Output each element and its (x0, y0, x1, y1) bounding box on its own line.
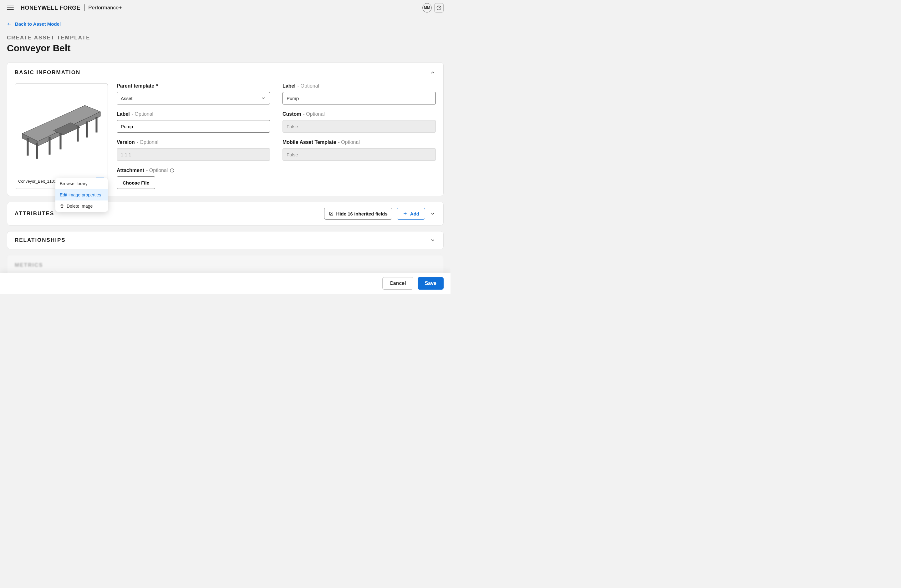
field-attachment: Attachment - Optional Choose File (117, 168, 270, 189)
label-parent-template: Parent template (117, 83, 154, 89)
svg-rect-11 (86, 122, 88, 137)
collapse-basic-button[interactable] (430, 70, 436, 76)
field-label-left: Label - Optional (117, 111, 270, 132)
cancel-button[interactable]: Cancel (382, 277, 413, 289)
svg-rect-6 (27, 138, 28, 156)
chevron-down-icon (430, 237, 435, 243)
info-icon[interactable] (170, 168, 175, 173)
choose-file-button[interactable]: Choose File (117, 176, 155, 189)
chevron-down-icon (430, 211, 435, 216)
panel-basic-information: BASIC INFORMATION (7, 62, 444, 196)
menu-item-delete-image[interactable]: Delete Image (55, 201, 108, 212)
chevron-down-icon (261, 96, 266, 101)
footer-action-bar: Cancel Save (0, 273, 450, 294)
optional-label-right: - Optional (298, 83, 319, 89)
input-mobile-value: False (287, 152, 298, 157)
optional-version: - Optional (137, 140, 158, 145)
page-title: Conveyor Belt (7, 43, 444, 53)
chevron-up-icon (430, 70, 435, 75)
label-attachment: Attachment (117, 168, 144, 173)
brand-sub-plus: + (119, 5, 122, 11)
back-link[interactable]: Back to Asset Model (7, 21, 444, 26)
svg-rect-8 (49, 137, 50, 154)
help-button[interactable] (434, 3, 444, 12)
input-version-value: 1.1.1 (121, 152, 131, 157)
menu-item-delete-label: Delete Image (67, 204, 93, 208)
image-context-menu: Browse library Edit image properties Del… (55, 178, 108, 212)
panel-relationships: RELATIONSHIPS (7, 231, 444, 249)
back-link-label: Back to Asset Model (15, 21, 61, 26)
hide-inherited-label: Hide 16 inherited fields (336, 211, 388, 216)
input-label-right[interactable] (287, 92, 432, 104)
input-label-right-wrap (282, 92, 436, 104)
optional-attachment: - Optional (146, 168, 168, 173)
input-mobile: False (282, 148, 436, 161)
expand-relationships-button[interactable] (430, 237, 436, 243)
user-avatar[interactable]: MM (422, 3, 432, 12)
svg-rect-9 (60, 134, 61, 149)
info-circle-icon (170, 168, 174, 173)
label-label-right: Label (282, 83, 296, 89)
panel-title-attributes: ATTRIBUTES (15, 210, 54, 217)
plus-icon (403, 211, 408, 216)
optional-mobile: - Optional (338, 140, 360, 145)
panel-title-basic: BASIC INFORMATION (15, 70, 80, 76)
field-version: Version - Optional 1.1.1 (117, 140, 270, 161)
svg-rect-12 (96, 117, 97, 132)
label-custom: Custom (282, 111, 301, 117)
field-parent-template: Parent template * Asset (117, 83, 270, 104)
hamburger-menu-button[interactable] (7, 5, 14, 11)
input-version: 1.1.1 (117, 148, 270, 161)
basic-form-grid: Parent template * Asset Label - Optional (117, 83, 436, 189)
arrow-left-icon (7, 22, 12, 26)
save-button[interactable]: Save (418, 277, 444, 289)
label-version: Version (117, 140, 135, 145)
brand-sub: Performance+ (88, 5, 122, 11)
brand-divider (84, 5, 84, 11)
brand: HONEYWELL FORGE Performance+ (21, 5, 122, 11)
panel-title-metrics: METRICS (15, 262, 43, 268)
input-custom-value: False (287, 124, 298, 129)
add-attribute-label: Add (410, 211, 419, 216)
select-parent-template-value: Asset (121, 96, 132, 101)
field-mobile-asset-template: Mobile Asset Template - Optional False (282, 140, 436, 161)
brand-sub-text: Performance (88, 5, 118, 11)
page-eyebrow: CREATE ASSET TEMPLATE (7, 35, 444, 41)
input-label-left[interactable] (121, 120, 266, 132)
input-custom: False (282, 120, 436, 132)
add-attribute-button[interactable]: Add (397, 208, 425, 219)
asset-image-preview (15, 84, 108, 174)
trash-icon (60, 204, 64, 208)
menu-item-browse-library[interactable]: Browse library (55, 178, 108, 189)
label-mobile: Mobile Asset Template (282, 140, 336, 145)
menu-item-edit-image-properties[interactable]: Edit image properties (55, 189, 108, 201)
svg-rect-10 (77, 126, 78, 142)
asset-image-card: Conveyor_Belt_1103.SVG Browse library Ed… (15, 83, 108, 189)
menu-item-browse-label: Browse library (60, 181, 87, 186)
app-header: HONEYWELL FORGE Performance+ MM (0, 0, 450, 16)
select-parent-template[interactable]: Asset (117, 92, 270, 104)
page-top: Back to Asset Model CREATE ASSET TEMPLAT… (0, 16, 450, 57)
svg-rect-7 (36, 143, 38, 159)
menu-item-edit-label: Edit image properties (60, 192, 101, 198)
hide-inherited-button[interactable]: Hide 16 inherited fields (324, 208, 392, 219)
conveyor-belt-illustration (19, 96, 104, 162)
checkbox-checked-icon (329, 211, 334, 216)
optional-label-left: - Optional (132, 111, 153, 117)
brand-main: HONEYWELL FORGE (21, 5, 80, 11)
input-label-left-wrap (117, 120, 270, 132)
optional-custom: - Optional (303, 111, 325, 117)
expand-attributes-button[interactable] (430, 210, 436, 217)
panel-title-relationships: RELATIONSHIPS (15, 237, 66, 243)
label-label-left: Label (117, 111, 130, 117)
field-custom: Custom - Optional False (282, 111, 436, 132)
field-label-right: Label - Optional (282, 83, 436, 104)
help-icon (436, 5, 441, 10)
